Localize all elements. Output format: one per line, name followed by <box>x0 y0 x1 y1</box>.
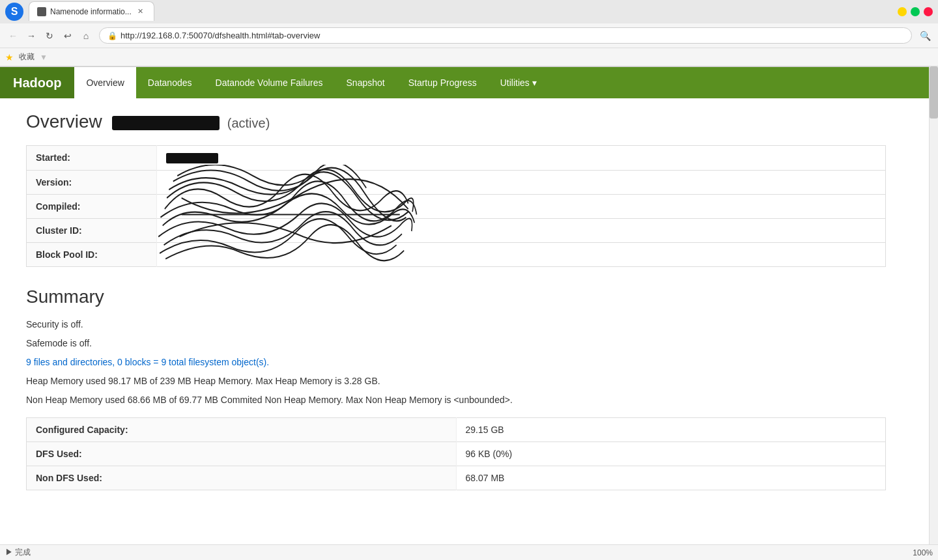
scrollbar-thumb[interactable] <box>930 66 938 119</box>
browser-toolbar: ← → ↻ ↩ ⌂ 🔒 🔍 <box>0 23 938 48</box>
non-dfs-used-label: Non DFS Used: <box>27 466 457 490</box>
stats-row-non-dfs-used: Non DFS Used: 68.07 MB <box>27 466 886 490</box>
secure-icon: 🔒 <box>107 31 117 40</box>
nav-item-startup-progress[interactable]: Startup Progress <box>397 67 489 98</box>
summary-stats-table: Configured Capacity: 29.15 GB DFS Used: … <box>26 417 886 490</box>
window-controls <box>898 7 933 16</box>
browser-tabs: Namenode informatio... ✕ <box>29 3 892 21</box>
summary-safemode: Safemode is off. <box>26 337 886 350</box>
tab-title: Namenode informatio... <box>50 7 132 16</box>
close-button[interactable] <box>924 7 933 16</box>
stats-row-dfs-used: DFS Used: 96 KB (0%) <box>27 442 886 466</box>
stats-row-configured-capacity: Configured Capacity: 29.15 GB <box>27 418 886 442</box>
tab-favicon <box>37 7 46 16</box>
search-button[interactable]: 🔍 <box>917 28 933 44</box>
home-button[interactable]: ⌂ <box>78 28 94 44</box>
back-button[interactable]: ← <box>5 28 21 44</box>
maximize-button[interactable] <box>911 7 920 16</box>
started-value <box>157 146 886 171</box>
dropdown-arrow-icon: ▾ <box>532 77 537 88</box>
table-row-compiled: Compiled: <box>27 195 886 219</box>
table-row-version: Version: <box>27 171 886 195</box>
block-pool-id-label: Block Pool ID: <box>27 243 157 267</box>
started-label: Started: <box>27 146 157 171</box>
browser-tab-active[interactable]: Namenode informatio... ✕ <box>29 1 154 21</box>
compiled-value <box>157 195 886 219</box>
dfs-used-value: 96 KB (0%) <box>456 442 886 466</box>
non-dfs-used-value: 68.07 MB <box>456 466 886 490</box>
browser-logo: S <box>5 3 23 21</box>
version-label: Version: <box>27 171 157 195</box>
summary-title: Summary <box>26 287 886 307</box>
overview-host-redacted <box>112 116 219 130</box>
nav-item-utilities[interactable]: Utilities ▾ <box>489 67 548 98</box>
compiled-label: Compiled: <box>27 195 157 219</box>
cluster-id-value <box>157 219 886 243</box>
summary-section: Summary Security is off. Safemode is off… <box>26 287 886 490</box>
nav-item-datanode-volume-failures[interactable]: Datanode Volume Failures <box>204 67 335 98</box>
bookmarks-bar: ★ 收藏 ▼ <box>0 48 938 66</box>
bookmarks-label[interactable]: 收藏 <box>19 51 35 63</box>
browser-scrollbar[interactable] <box>929 66 938 503</box>
overview-info-container: Started: Version: Compiled: Cluster ID: <box>26 145 886 267</box>
summary-nonheap: Non Heap Memory used 68.66 MB of 69.77 M… <box>26 393 886 407</box>
overview-section: Overview (active) Started: Version: Comp… <box>26 111 886 267</box>
overview-title: Overview (active) <box>26 111 886 132</box>
nav-item-datanodes[interactable]: Datanodes <box>136 67 204 98</box>
address-input[interactable] <box>121 31 903 40</box>
page-content: Overview (active) Started: Version: Comp… <box>0 98 912 503</box>
nav-item-overview[interactable]: Overview <box>74 67 135 98</box>
utilities-label: Utilities <box>500 77 530 88</box>
tab-close-button[interactable]: ✕ <box>135 7 146 17</box>
configured-capacity-label: Configured Capacity: <box>27 418 457 442</box>
hadoop-nav: Hadoop Overview Datanodes Datanode Volum… <box>0 67 938 98</box>
browser-chrome: S Namenode informatio... ✕ ← → ↻ ↩ ⌂ 🔒 🔍 <box>0 0 938 67</box>
bookmark-star-icon: ★ <box>5 52 14 63</box>
utilities-dropdown: Utilities ▾ <box>500 77 537 88</box>
reload-button[interactable]: ↻ <box>42 28 57 44</box>
table-row-cluster-id: Cluster ID: <box>27 219 886 243</box>
browser-titlebar: S Namenode informatio... ✕ <box>0 0 938 23</box>
hadoop-brand: Hadoop <box>0 67 74 98</box>
minimize-button[interactable] <box>898 7 907 16</box>
summary-files-link[interactable]: 9 files and directories, 0 blocks = 9 to… <box>26 357 269 367</box>
table-row-block-pool-id: Block Pool ID: <box>27 243 886 267</box>
configured-capacity-value: 29.15 GB <box>456 418 886 442</box>
version-value <box>157 171 886 195</box>
address-bar-container: 🔒 <box>99 27 912 44</box>
nav-item-snapshot[interactable]: Snapshot <box>335 67 397 98</box>
forward-button[interactable]: → <box>23 28 39 44</box>
table-row-started: Started: <box>27 146 886 171</box>
overview-info-table: Started: Version: Compiled: Cluster ID: <box>26 145 886 267</box>
block-pool-id-value <box>157 243 886 267</box>
undo-button[interactable]: ↩ <box>60 28 76 44</box>
summary-files: 9 files and directories, 0 blocks = 9 to… <box>26 356 886 369</box>
cluster-id-label: Cluster ID: <box>27 219 157 243</box>
summary-heap: Heap Memory used 98.17 MB of 239 MB Heap… <box>26 374 886 388</box>
dfs-used-label: DFS Used: <box>27 442 457 466</box>
started-redacted <box>166 153 218 163</box>
summary-security: Security is off. <box>26 318 886 331</box>
